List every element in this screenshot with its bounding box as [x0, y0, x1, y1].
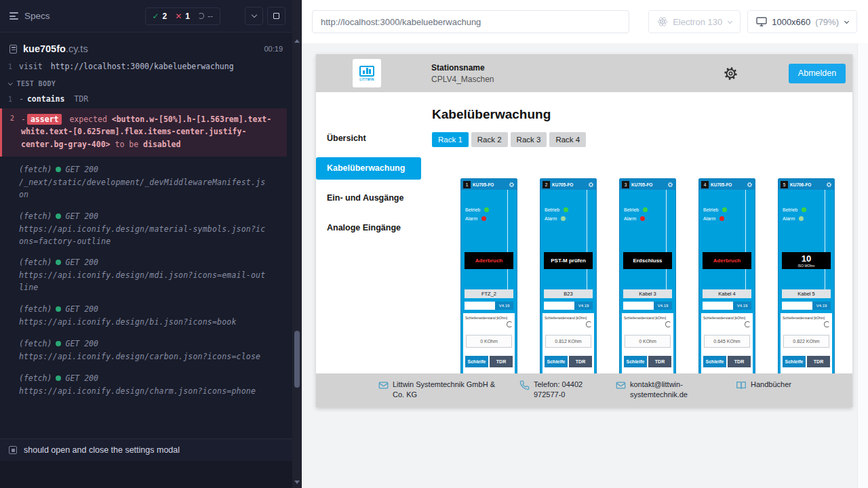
app-body: Übersicht Kabelüberwachung Ein- und Ausg…	[316, 92, 852, 407]
reporter-header: Specs ✓ 2 ✕ 1 --	[0, 0, 292, 33]
dash: -	[21, 115, 26, 124]
fetch-url: /_next/static/development/_devMiddleware…	[19, 177, 270, 201]
device-gear-icon[interactable]	[509, 182, 515, 188]
cable-name[interactable]: B23	[544, 289, 593, 298]
failed-assert[interactable]: 2 -assert expected <button.w-[50%].h-[1.…	[0, 108, 287, 157]
measurement-panel: Schleifenwiderstand [kOhm] 0.822 KOhm Sc…	[781, 313, 832, 379]
betrieb-label: Betrieb	[624, 207, 639, 212]
device-card: 4 KÜ705-FO Betrieb Alarm Aderbruch	[698, 178, 755, 382]
scroll-down-icon[interactable]	[294, 481, 300, 484]
tdr-button[interactable]: TDR	[807, 356, 830, 367]
tdr-button[interactable]: TDR	[490, 356, 513, 367]
version-input	[623, 302, 654, 310]
scrollbar-thumb[interactable]	[294, 331, 300, 388]
fetch-log-entry[interactable]: (fetch) GET 200 https://api.iconify.desi…	[19, 258, 287, 294]
sidebar-item-analoge-eingaenge[interactable]: Analoge Eingänge	[316, 213, 421, 243]
sidebar-item-uebersicht[interactable]: Übersicht	[316, 123, 421, 153]
browser-label: Electron 130	[673, 17, 722, 27]
device-card-header: 1 KÜ705-FO	[461, 179, 517, 190]
fetch-head: (fetch) GET 200	[19, 373, 287, 383]
fetch-log-entry[interactable]: (fetch) GET 200 https://api.iconify.desi…	[19, 339, 287, 363]
refresh-icon[interactable]	[665, 321, 671, 327]
schleife-button[interactable]: Schleife	[545, 356, 568, 367]
command-visit[interactable]: 1 visit http://localhost:3000/kabelueber…	[0, 60, 287, 73]
refresh-icon[interactable]	[586, 321, 592, 327]
device-gear-icon[interactable]	[826, 182, 832, 188]
assert-state: disabled	[143, 140, 180, 149]
station-value: CPLV4_Maschen	[431, 75, 494, 84]
url-input[interactable]: http://localhost:3000/kabelueberwachung	[312, 10, 629, 33]
sidebar-item-ein-und-ausgaenge[interactable]: Ein- und Ausgänge	[316, 183, 421, 213]
command-name: visit	[19, 62, 43, 71]
spec-title-row[interactable]: kue705fo.cy.ts 00:19	[0, 33, 292, 60]
fetch-log-entry[interactable]: (fetch) GET 200 /_next/static/developmen…	[19, 165, 287, 201]
test-stats: ✓ 2 ✕ 1 --	[145, 7, 221, 25]
browser-select[interactable]: Electron 130	[648, 10, 741, 33]
footer-company-text: Littwin Systemtechnik GmbH & Co. KG	[393, 380, 496, 400]
next-test-row[interactable]: should open and close the settings modal	[0, 439, 292, 461]
command-contains[interactable]: 1 - contains TDR	[0, 92, 287, 106]
schleife-button[interactable]: Schleife	[465, 356, 488, 367]
sidebar-item-kabelueberwachung[interactable]: Kabelüberwachung	[316, 157, 421, 180]
tdr-button[interactable]: TDR	[569, 356, 592, 367]
firmware-version: V4.19	[812, 302, 831, 310]
refresh-icon[interactable]	[745, 321, 751, 327]
schleife-button[interactable]: Schleife	[703, 356, 726, 367]
betrieb-label: Betrieb	[783, 207, 797, 212]
test-body-toggle[interactable]: TEST BODY	[0, 73, 287, 92]
divider	[666, 190, 667, 291]
alarm-label: Alarm	[624, 216, 636, 221]
restart-icon	[198, 13, 204, 19]
fetch-status: GET 200	[65, 339, 98, 348]
loop-resistance-label: Schleifenwiderstand [kOhm]	[622, 313, 673, 320]
cable-name[interactable]: Kabel 5	[782, 289, 831, 298]
reporter-scrollbar[interactable]	[292, 0, 302, 488]
refresh-icon[interactable]	[507, 321, 513, 327]
device-card: 3 KÜ705-FO Betrieb Alarm Erdschluss	[619, 178, 676, 382]
logout-button[interactable]: Abmelden	[789, 64, 846, 83]
fetch-log-entry[interactable]: (fetch) GET 200 https://api.iconify.desi…	[19, 373, 287, 398]
status-display: Erdschluss	[623, 252, 672, 269]
cable-name[interactable]: Kabel 4	[703, 289, 751, 298]
device-gear-icon[interactable]	[747, 182, 753, 188]
alarm-row: Alarm	[624, 216, 645, 221]
assert-to-be: to be	[115, 140, 139, 149]
footer-manuals-link[interactable]: Handbücher	[736, 380, 791, 390]
loop-resistance-label: Schleifenwiderstand [kOhm]	[542, 313, 594, 320]
settings-gear-icon[interactable]	[723, 66, 738, 81]
tdr-button[interactable]: TDR	[648, 356, 671, 367]
fetch-log-entry[interactable]: (fetch) GET 200 https://api.iconify.desi…	[19, 211, 287, 248]
status-display: 10 ISO MOhm	[782, 252, 831, 269]
tab-rack-2[interactable]: Rack 2	[471, 132, 508, 147]
spec-timer: 00:19	[264, 45, 283, 53]
viewport-select[interactable]: 1000x660 (79%)	[747, 10, 857, 33]
cable-name[interactable]: Kabel 3	[623, 289, 672, 298]
schleife-button[interactable]: Schleife	[783, 356, 806, 367]
tab-rack-4[interactable]: Rack 4	[549, 132, 586, 147]
specs-menu-button[interactable]: Specs	[9, 11, 50, 21]
app-header: LITTWIN Stationsname CPLV4_Maschen Abmel…	[316, 54, 852, 92]
device-number: 4	[701, 181, 709, 188]
logo-mark-icon	[359, 66, 374, 77]
collapse-reporter-button[interactable]	[245, 7, 263, 25]
fetch-url: https://api.iconify.design/carbon.json?i…	[19, 351, 270, 363]
tdr-button[interactable]: TDR	[728, 356, 751, 367]
device-gear-icon[interactable]	[667, 182, 673, 188]
fetch-head: (fetch) GET 200	[19, 258, 287, 267]
footer-email[interactable]: kontakt@littwin-systemtechnik.de	[616, 380, 736, 400]
tab-rack-3[interactable]: Rack 3	[511, 132, 547, 147]
footer-phone[interactable]: Telefon: 04402 972577-0	[519, 380, 616, 400]
cable-name[interactable]: FTZ_2	[465, 289, 513, 298]
refresh-icon[interactable]	[824, 321, 830, 327]
status-display: Aderbruch	[465, 252, 513, 269]
device-gear-icon[interactable]	[588, 182, 594, 188]
schleife-button[interactable]: Schleife	[624, 356, 647, 367]
fetch-log-entry[interactable]: (fetch) GET 200 https://api.iconify.desi…	[19, 304, 287, 329]
tab-rack-1[interactable]: Rack 1	[432, 132, 469, 147]
scroll-up-icon[interactable]	[294, 39, 300, 43]
passed-count: 2	[163, 12, 167, 21]
betrieb-led	[564, 207, 568, 212]
stop-tests-button[interactable]	[267, 7, 285, 25]
aut-scrollbar[interactable]	[857, 43, 868, 488]
fetch-status: GET 200	[65, 373, 98, 383]
